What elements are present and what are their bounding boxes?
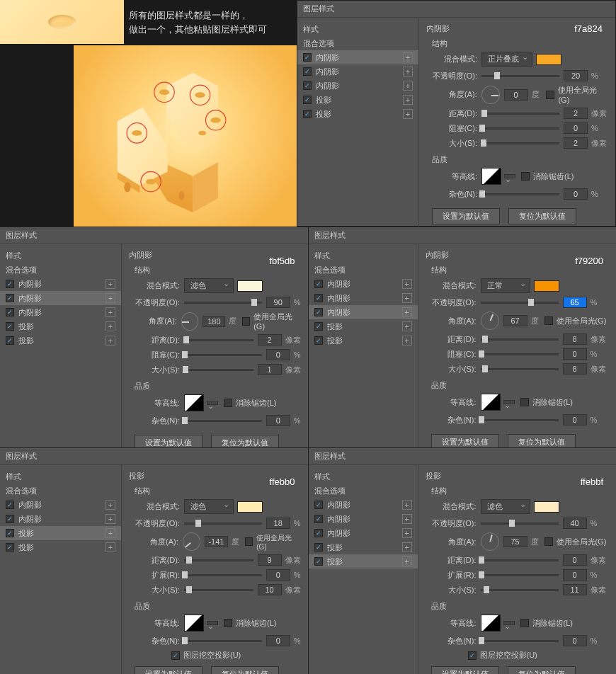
opacity-slider[interactable]: [481, 75, 559, 77]
add-icon[interactable]: +: [403, 109, 413, 119]
blend-mode-select[interactable]: 正片叠底: [481, 52, 532, 67]
set-default-button[interactable]: 设置为默认值: [432, 208, 500, 224]
svg-point-9: [146, 179, 156, 185]
svg-point-11: [124, 182, 130, 192]
drop-shadow-item[interactable]: 投影+: [297, 93, 418, 107]
color-hex-label: fbf5db: [269, 256, 295, 266]
style-header: 样式: [297, 22, 418, 36]
blend-options[interactable]: 混合选项: [297, 36, 418, 50]
svg-point-5: [159, 89, 169, 95]
distance-slider[interactable]: [481, 113, 559, 115]
layer-style-panel-2: 图层样式 样式 混合选项 内阴影+ 内阴影+ 内阴影+ 投影+ 投影+ 内阴影 …: [0, 227, 309, 447]
layer-style-panel-4: 图层样式 样式 混合选项 内阴影+ 内阴影+ 投影+ 投影+ 投影 结构 混合模…: [0, 447, 309, 674]
add-icon[interactable]: +: [403, 67, 413, 76]
size-slider[interactable]: [481, 142, 559, 144]
params-area: 内阴影 结构 混合模式:正片叠底 不透明度(O):20% 角度(A):0度使用全…: [419, 18, 615, 234]
add-icon[interactable]: +: [403, 81, 413, 91]
color-hex-label: ffebb0: [270, 476, 295, 487]
inner-shadow-item[interactable]: 内阴影+: [297, 79, 418, 93]
angle-value[interactable]: 0: [504, 89, 528, 101]
size-value[interactable]: 2: [564, 137, 588, 149]
noise-value[interactable]: 0: [564, 188, 588, 200]
angle-dial[interactable]: [481, 86, 500, 104]
add-icon[interactable]: +: [403, 52, 413, 62]
reset-default-button[interactable]: 复位为默认值: [508, 208, 576, 224]
small-preview: [0, 0, 124, 44]
global-light-check[interactable]: [546, 91, 554, 99]
contour-picker[interactable]: [481, 168, 501, 185]
svg-point-8: [132, 130, 142, 136]
color-hex-label: ffebbf: [581, 476, 603, 487]
color-swatch[interactable]: [536, 54, 561, 65]
noise-slider[interactable]: [481, 193, 559, 195]
svg-point-7: [211, 118, 221, 123]
color-hex-label: f7a824: [574, 23, 603, 34]
opacity-value[interactable]: 20: [564, 70, 588, 81]
choke-slider[interactable]: [481, 127, 559, 130]
main-preview: [74, 45, 297, 227]
antialias-check[interactable]: [521, 172, 530, 181]
panel-title: 图层样式: [0, 227, 308, 244]
inner-shadow-item[interactable]: 内阴影+: [297, 50, 418, 64]
panel-title: 图层样式: [297, 1, 615, 18]
layer-style-panel-1: 图层样式 样式 混合选项 内阴影+ 内阴影+ 内阴影+ 投影+ 投影+ 内阴影 …: [297, 0, 616, 227]
svg-point-12: [179, 191, 185, 200]
layer-style-panel-3: 图层样式 样式 混合选项 内阴影+ 内阴影+ 内阴影+ 投影+ 投影+ 内阴影 …: [309, 227, 617, 447]
color-hex-label: f79200: [575, 256, 603, 266]
preview-area: 所有的图层样式都是一样的，做出一个，其他粘贴图层样式即可: [0, 0, 297, 227]
svg-point-10: [198, 131, 206, 135]
choke-value[interactable]: 0: [564, 122, 588, 134]
style-list: 样式 混合选项 内阴影+ 内阴影+ 内阴影+ 投影+ 投影+: [297, 18, 419, 234]
tutorial-note: 所有的图层样式都是一样的，做出一个，其他粘贴图层样式即可: [129, 8, 267, 36]
layer-style-panel-5: 图层样式 样式 混合选项 内阴影+ 内阴影+ 内阴影+ 投影+ 投影+ 投影 结…: [309, 447, 617, 674]
drop-shadow-item[interactable]: 投影+: [297, 107, 418, 121]
inner-shadow-item[interactable]: 内阴影+: [297, 64, 418, 79]
add-icon[interactable]: +: [403, 95, 413, 105]
svg-point-6: [195, 92, 205, 98]
distance-value[interactable]: 2: [564, 108, 588, 119]
